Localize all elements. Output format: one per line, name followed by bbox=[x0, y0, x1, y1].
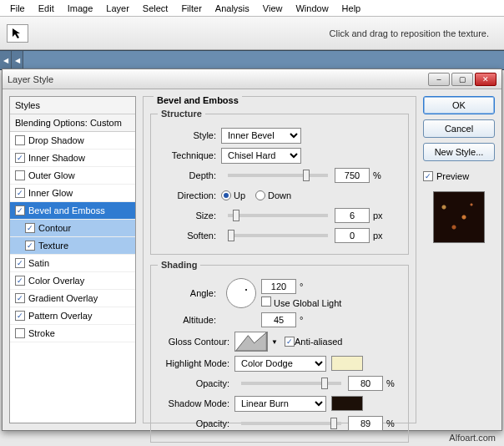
gloss-contour-picker[interactable] bbox=[234, 332, 268, 352]
tool-options-bar: Click and drag to reposition the texture… bbox=[0, 17, 504, 50]
style-checkbox[interactable] bbox=[15, 311, 25, 321]
depth-slider[interactable] bbox=[228, 174, 328, 177]
size-slider[interactable] bbox=[228, 214, 328, 217]
menu-help[interactable]: Help bbox=[335, 2, 368, 15]
shadow-mode-select[interactable]: Linear Burn bbox=[234, 396, 326, 412]
menu-analysis[interactable]: Analysis bbox=[209, 2, 256, 15]
preview-label: Preview bbox=[436, 171, 469, 181]
menu-image[interactable]: Image bbox=[61, 2, 100, 15]
altitude-label: Altitude: bbox=[158, 315, 221, 325]
style-item-contour[interactable]: Contour bbox=[10, 220, 135, 237]
blending-options[interactable]: Blending Options: Custom bbox=[10, 114, 135, 132]
shadow-color-swatch[interactable] bbox=[331, 396, 363, 411]
style-item-stroke[interactable]: Stroke bbox=[10, 325, 135, 342]
style-item-inner-shadow[interactable]: Inner Shadow bbox=[10, 150, 135, 167]
angle-input[interactable] bbox=[261, 279, 296, 294]
layer-style-dialog: Layer Style – ▢ ✕ Styles Blending Option… bbox=[2, 68, 502, 431]
document-tab-strip: ◀◀ bbox=[0, 50, 504, 70]
style-checkbox[interactable] bbox=[15, 328, 25, 338]
style-label: Style: bbox=[158, 130, 221, 140]
angle-label: Angle: bbox=[158, 288, 221, 298]
style-checkbox[interactable] bbox=[15, 205, 25, 215]
angle-dial[interactable] bbox=[226, 278, 256, 308]
soften-input[interactable] bbox=[335, 228, 370, 243]
altitude-input[interactable] bbox=[261, 312, 296, 327]
menu-select[interactable]: Select bbox=[136, 2, 175, 15]
styles-header[interactable]: Styles bbox=[10, 97, 135, 114]
maximize-button[interactable]: ▢ bbox=[451, 73, 473, 86]
style-item-bevel-and-emboss[interactable]: Bevel and Emboss bbox=[10, 202, 135, 220]
depth-input[interactable] bbox=[335, 168, 370, 183]
style-item-label: Stroke bbox=[28, 328, 55, 338]
size-input[interactable] bbox=[335, 208, 370, 223]
global-light-checkbox[interactable] bbox=[261, 296, 271, 307]
direction-down-radio[interactable] bbox=[255, 190, 265, 200]
menu-edit[interactable]: Edit bbox=[32, 2, 61, 15]
highlight-opacity-input[interactable] bbox=[348, 376, 383, 391]
highlight-mode-label: Highlight Mode: bbox=[158, 358, 234, 368]
soften-unit: px bbox=[373, 231, 383, 241]
technique-select[interactable]: Chisel Hard bbox=[221, 148, 301, 164]
style-checkbox[interactable] bbox=[15, 135, 25, 145]
preview-checkbox[interactable] bbox=[423, 171, 433, 181]
shading-legend: Shading bbox=[158, 260, 200, 270]
style-checkbox[interactable] bbox=[15, 153, 25, 163]
dialog-title: Layer Style bbox=[8, 74, 428, 84]
minimize-button[interactable]: – bbox=[428, 73, 450, 86]
shadow-opacity-slider[interactable] bbox=[241, 422, 341, 425]
menu-layer[interactable]: Layer bbox=[99, 2, 136, 15]
ok-button[interactable]: OK bbox=[423, 96, 495, 114]
depth-unit: % bbox=[373, 170, 381, 180]
menu-view[interactable]: View bbox=[256, 2, 290, 15]
style-item-label: Inner Shadow bbox=[28, 153, 85, 163]
new-style-button[interactable]: New Style... bbox=[423, 143, 495, 161]
style-item-label: Outer Glow bbox=[28, 170, 75, 180]
close-button[interactable]: ✕ bbox=[475, 73, 496, 86]
style-item-label: Inner Glow bbox=[28, 188, 73, 198]
tab-scroll-left2-icon[interactable]: ◀ bbox=[12, 51, 23, 69]
direction-up-label: Up bbox=[234, 190, 245, 200]
menu-filter[interactable]: Filter bbox=[174, 2, 208, 15]
anti-aliased-label: Anti-aliased bbox=[295, 337, 342, 347]
style-item-satin[interactable]: Satin bbox=[10, 255, 135, 272]
style-item-label: Texture bbox=[38, 241, 68, 251]
style-item-label: Drop Shadow bbox=[28, 135, 84, 145]
anti-aliased-checkbox[interactable] bbox=[285, 337, 295, 347]
tool-hint: Click and drag to reposition the texture… bbox=[330, 28, 489, 38]
highlight-mode-select[interactable]: Color Dodge bbox=[234, 356, 326, 372]
menu-window[interactable]: Window bbox=[289, 2, 335, 15]
style-checkbox[interactable] bbox=[15, 170, 25, 180]
style-item-drop-shadow[interactable]: Drop Shadow bbox=[10, 132, 135, 150]
tab-scroll-left-icon[interactable]: ◀ bbox=[0, 51, 12, 69]
shadow-mode-label: Shadow Mode: bbox=[158, 398, 234, 408]
style-checkbox[interactable] bbox=[15, 258, 25, 268]
style-item-gradient-overlay[interactable]: Gradient Overlay bbox=[10, 290, 135, 307]
style-select[interactable]: Inner Bevel bbox=[221, 128, 301, 144]
highlight-opacity-unit: % bbox=[386, 378, 395, 388]
shadow-opacity-input[interactable] bbox=[348, 416, 383, 431]
style-checkbox[interactable] bbox=[25, 241, 35, 251]
style-item-label: Color Overlay bbox=[28, 276, 84, 286]
structure-legend: Structure bbox=[158, 109, 205, 119]
direction-up-radio[interactable] bbox=[221, 190, 231, 200]
style-checkbox[interactable] bbox=[15, 188, 25, 198]
style-item-outer-glow[interactable]: Outer Glow bbox=[10, 167, 135, 185]
style-item-inner-glow[interactable]: Inner Glow bbox=[10, 185, 135, 202]
style-checkbox[interactable] bbox=[25, 223, 35, 233]
settings-panel: Bevel and Emboss Structure Style: Inner … bbox=[143, 96, 416, 423]
soften-slider[interactable] bbox=[228, 234, 328, 237]
style-item-color-overlay[interactable]: Color Overlay bbox=[10, 272, 135, 290]
menu-file[interactable]: File bbox=[3, 2, 32, 15]
highlight-opacity-slider[interactable] bbox=[241, 382, 341, 385]
highlight-color-swatch[interactable] bbox=[331, 356, 363, 371]
panel-title: Bevel and Emboss bbox=[154, 95, 242, 105]
style-item-label: Pattern Overlay bbox=[28, 311, 92, 321]
style-checkbox[interactable] bbox=[15, 276, 25, 286]
style-item-texture[interactable]: Texture bbox=[10, 237, 135, 255]
style-checkbox[interactable] bbox=[15, 293, 25, 303]
move-tool-icon[interactable] bbox=[7, 24, 28, 43]
cancel-button[interactable]: Cancel bbox=[423, 119, 495, 138]
dialog-buttons: OK Cancel New Style... Preview bbox=[423, 96, 495, 423]
style-item-pattern-overlay[interactable]: Pattern Overlay bbox=[10, 307, 135, 325]
dialog-titlebar[interactable]: Layer Style – ▢ ✕ bbox=[3, 69, 501, 89]
